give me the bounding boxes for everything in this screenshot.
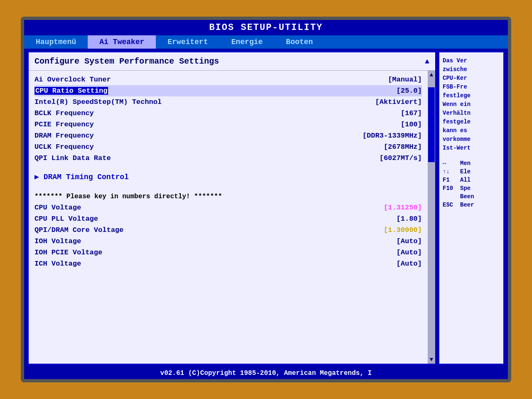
side-line-7: festgele — [443, 118, 500, 126]
key-desc-2: All — [460, 177, 470, 183]
nav-bar: Hauptmenü Ai Tweaker Erweitert Energie B… — [24, 35, 508, 49]
gap1 — [34, 164, 422, 170]
nav-energie[interactable]: Energie — [219, 35, 274, 49]
nav-booten[interactable]: Booten — [274, 35, 325, 49]
side-line-8: kann es — [443, 126, 500, 135]
setting-label-speedstep: Intel(R) SpeedStep(TM) Technol — [34, 98, 162, 106]
key-row-2: F1 All — [443, 176, 500, 184]
setting-label-dram-freq: DRAM Frequency — [34, 132, 94, 140]
setting-value-pcie: [100] — [401, 121, 422, 128]
nav-ai-tweaker[interactable]: Ai Tweaker — [88, 35, 156, 49]
side-keys: ↔ Men ↑↓ Ele F1 All F10 Spe — [443, 159, 500, 209]
setting-value-uclk: [2678MHz] — [384, 143, 422, 151]
setting-value-speedstep: [Aktiviert] — [375, 98, 422, 106]
setting-label-cpu-ratio: CPU Ratio Setting — [34, 87, 108, 95]
key-row-1: ↑↓ Ele — [443, 167, 500, 176]
side-line-3: FSB-Fre — [443, 83, 500, 91]
scroll-thumb[interactable] — [428, 87, 435, 162]
key-code-4 — [443, 193, 458, 200]
setting-value-bclk: [167] — [401, 109, 422, 117]
key-desc-4: Been — [460, 193, 474, 200]
scroll-down[interactable]: ▼ — [430, 355, 433, 364]
setting-value-ich-voltage: [Auto] — [397, 260, 422, 268]
setting-pcie[interactable]: PCIE Frequency [100] — [34, 119, 422, 130]
setting-dram-freq[interactable]: DRAM Frequency [DDR3-1339MHz] — [34, 130, 422, 141]
setting-bclk[interactable]: BCLK Frequency [167] — [34, 108, 422, 119]
gap2 — [34, 184, 422, 190]
setting-value-qpi: [6027MT/s] — [379, 154, 422, 162]
scroll-up[interactable]: ▲ — [430, 71, 433, 79]
key-row-0: ↔ Men — [443, 159, 500, 167]
nav-hauptmenu[interactable]: Hauptmenü — [24, 35, 88, 49]
dram-timing-section[interactable]: ▶ DRAM Timing Control — [34, 170, 422, 184]
setting-label-cpu-voltage: CPU Voltage — [34, 204, 81, 212]
setting-label-uclk: UCLK Frequency — [34, 143, 94, 151]
panel-title: Configure System Performance Settings — [34, 57, 219, 66]
key-desc-0: Men — [460, 160, 470, 167]
key-code-2: F1 — [443, 177, 458, 183]
panel-header: Configure System Performance Settings ▲ — [29, 52, 435, 71]
side-line-0: Das Ver — [443, 57, 500, 65]
scrollbar[interactable]: ▲ ▼ — [428, 71, 435, 364]
setting-qpi[interactable]: QPI Link Data Rate [6027MT/s] — [34, 153, 422, 164]
side-line-9: vorkomme — [443, 135, 500, 144]
key-code-0: ↔ — [443, 160, 458, 167]
footer-bar: v02.61 (C)Copyright 1985-2010, American … — [24, 367, 508, 379]
setting-label-qpi-dram: QPI/DRAM Core Voltage — [34, 226, 123, 234]
setting-uclk[interactable]: UCLK Frequency [2678MHz] — [34, 141, 422, 153]
monitor: BIOS SETUP-UTILITY Hauptmenü Ai Tweaker … — [21, 17, 511, 382]
setting-ai-overclock[interactable]: Ai Overclock Tuner [Manual] — [34, 74, 422, 85]
setting-label-pcie: PCIE Frequency — [34, 121, 94, 128]
setting-label-qpi: QPI Link Data Rate — [34, 154, 111, 162]
setting-label-ich-voltage: ICH Voltage — [34, 260, 81, 268]
side-panel: Das Ver zwische CPU-Ker FSB-Fre festlege… — [438, 51, 505, 365]
screen: BIOS SETUP-UTILITY Hauptmenü Ai Tweaker … — [24, 20, 508, 379]
setting-cpu-ratio[interactable]: CPU Ratio Setting [25.0] — [34, 85, 422, 96]
key-row-5: ESC Beer — [443, 201, 500, 209]
scroll-up-arrow[interactable]: ▲ — [425, 57, 429, 66]
setting-label-cpu-pll: CPU PLL Voltage — [34, 215, 98, 223]
key-row-3: F10 Spe — [443, 184, 500, 192]
side-line-1: zwische — [443, 65, 500, 74]
setting-cpu-voltage[interactable]: CPU Voltage [1.31250] — [34, 202, 422, 213]
key-code-3: F10 — [443, 185, 458, 192]
side-line-10: Ist-Wert — [443, 144, 500, 153]
setting-value-cpu-voltage: [1.31250] — [384, 204, 422, 212]
setting-ich-voltage[interactable]: ICH Voltage [Auto] — [34, 258, 422, 269]
setting-value-dram-freq: [DDR3-1339MHz] — [362, 132, 422, 140]
key-desc-5: Beer — [460, 202, 474, 208]
key-code-5: ESC — [443, 202, 458, 208]
main-panel: Configure System Performance Settings ▲ … — [27, 51, 436, 365]
notice-row: ******* Please key in numbers directly! … — [34, 190, 422, 202]
side-line-5: Wenn ein — [443, 100, 500, 109]
dram-timing-label: ▶ DRAM Timing Control — [34, 173, 129, 181]
key-code-1: ↑↓ — [443, 168, 458, 175]
side-line-6: Verhältn — [443, 109, 500, 118]
side-line-2: CPU-Ker — [443, 74, 500, 83]
bios-title: BIOS SETUP-UTILITY — [24, 20, 508, 35]
setting-value-cpu-pll: [1.80] — [397, 215, 422, 223]
setting-ioh-voltage[interactable]: IOH Voltage [Auto] — [34, 236, 422, 247]
key-row-4: Been — [443, 192, 500, 201]
settings-content: Ai Overclock Tuner [Manual] CPU Ratio Se… — [29, 71, 428, 364]
setting-value-qpi-dram: [1.30000] — [384, 226, 422, 234]
setting-label-bclk: BCLK Frequency — [34, 109, 94, 117]
key-desc-1: Ele — [460, 168, 470, 175]
setting-qpi-dram[interactable]: QPI/DRAM Core Voltage [1.30000] — [34, 224, 422, 236]
setting-value-ioh-voltage: [Auto] — [397, 237, 422, 245]
side-description: Das Ver zwische CPU-Ker FSB-Fre festlege… — [443, 57, 500, 153]
setting-value-ai-overclock: [Manual] — [388, 76, 422, 84]
setting-value-cpu-ratio: [25.0] — [397, 87, 422, 95]
setting-value-ioh-pcie: [Auto] — [397, 249, 422, 256]
content-area: Configure System Performance Settings ▲ … — [24, 49, 508, 367]
setting-label-ioh-pcie: IOH PCIE Voltage — [34, 249, 102, 256]
setting-label-ai-overclock: Ai Overclock Tuner — [34, 76, 111, 84]
side-line-4: festlege — [443, 91, 500, 100]
key-desc-3: Spe — [460, 185, 470, 192]
setting-speedstep[interactable]: Intel(R) SpeedStep(TM) Technol [Aktivier… — [34, 96, 422, 108]
setting-ioh-pcie[interactable]: IOH PCIE Voltage [Auto] — [34, 247, 422, 258]
setting-label-ioh-voltage: IOH Voltage — [34, 237, 81, 245]
nav-erweitert[interactable]: Erweitert — [156, 35, 219, 49]
setting-cpu-pll[interactable]: CPU PLL Voltage [1.80] — [34, 213, 422, 224]
